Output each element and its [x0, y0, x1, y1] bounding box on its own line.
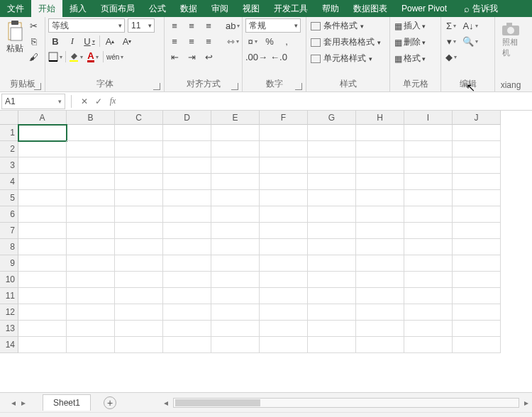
conditional-format-button[interactable]: 条件格式▾: [309, 20, 365, 32]
cell-G14[interactable]: [308, 337, 356, 353]
underline-button[interactable]: U: [82, 34, 96, 48]
row-header-2[interactable]: 2: [0, 141, 18, 157]
cell-I11[interactable]: [404, 288, 453, 304]
cell-J5[interactable]: [453, 190, 501, 206]
cell-D3[interactable]: [163, 157, 211, 174]
tab-developer[interactable]: 开发工具: [267, 0, 315, 17]
cell-C8[interactable]: [115, 239, 163, 255]
cell-E12[interactable]: [211, 304, 260, 321]
cell-G2[interactable]: [308, 141, 356, 157]
comma-button[interactable]: ,: [279, 34, 294, 48]
cell-C5[interactable]: [115, 190, 163, 206]
cell-B4[interactable]: [67, 174, 115, 190]
cell-G3[interactable]: [308, 157, 356, 174]
cell-E7[interactable]: [211, 223, 260, 239]
tab-scroll-left[interactable]: ◂: [11, 398, 16, 408]
cell-D5[interactable]: [163, 190, 211, 206]
cell-J11[interactable]: [453, 288, 501, 304]
cell-H8[interactable]: [356, 239, 404, 255]
cell-E10[interactable]: [211, 272, 260, 288]
cell-J7[interactable]: [453, 223, 501, 239]
cell-A2[interactable]: [18, 141, 67, 157]
format-cells-button[interactable]: ▦格式▾: [393, 52, 427, 65]
cell-styles-button[interactable]: 单元格样式▾: [309, 52, 374, 65]
worksheet[interactable]: ABCDEFGHIJ 1234567891011121314: [0, 111, 532, 387]
col-header-J[interactable]: J: [453, 111, 501, 125]
cell-I14[interactable]: [404, 337, 453, 353]
col-header-B[interactable]: B: [67, 111, 115, 125]
cell-I3[interactable]: [404, 157, 453, 174]
cell-F13[interactable]: [260, 321, 308, 337]
cell-D11[interactable]: [163, 288, 211, 304]
col-header-I[interactable]: I: [404, 111, 453, 125]
cell-E5[interactable]: [211, 190, 260, 206]
cell-D8[interactable]: [163, 239, 211, 255]
cancel-formula-button[interactable]: ✕: [77, 94, 92, 109]
cell-E13[interactable]: [211, 321, 260, 337]
cell-J6[interactable]: [453, 206, 501, 223]
cell-J10[interactable]: [453, 272, 501, 288]
formula-input[interactable]: [120, 94, 532, 109]
cell-A8[interactable]: [18, 239, 67, 255]
cell-I6[interactable]: [404, 206, 453, 223]
cell-J13[interactable]: [453, 321, 501, 337]
cell-H4[interactable]: [356, 174, 404, 190]
cell-I1[interactable]: [404, 125, 453, 141]
cell-H13[interactable]: [356, 321, 404, 337]
cell-B7[interactable]: [67, 223, 115, 239]
cell-E4[interactable]: [211, 174, 260, 190]
cell-E14[interactable]: [211, 337, 260, 353]
border-button[interactable]: [48, 50, 62, 64]
new-sheet-button[interactable]: +: [104, 396, 116, 409]
font-size-select[interactable]: 11: [128, 18, 155, 33]
cell-D10[interactable]: [163, 272, 211, 288]
cell-C11[interactable]: [115, 288, 163, 304]
cell-C4[interactable]: [115, 174, 163, 190]
align-left-button[interactable]: ≡: [167, 34, 182, 48]
cell-C13[interactable]: [115, 321, 163, 337]
cell-C2[interactable]: [115, 141, 163, 157]
cell-F8[interactable]: [260, 239, 308, 255]
row-header-4[interactable]: 4: [0, 174, 18, 190]
row-header-6[interactable]: 6: [0, 206, 18, 223]
cell-A12[interactable]: [18, 304, 67, 321]
row-header-12[interactable]: 12: [0, 304, 18, 321]
cell-F7[interactable]: [260, 223, 308, 239]
cell-I9[interactable]: [404, 255, 453, 272]
row-header-7[interactable]: 7: [0, 223, 18, 239]
cell-C6[interactable]: [115, 206, 163, 223]
tab-help[interactable]: 帮助: [315, 0, 346, 17]
cell-G10[interactable]: [308, 272, 356, 288]
cell-G13[interactable]: [308, 321, 356, 337]
cell-H9[interactable]: [356, 255, 404, 272]
cell-H5[interactable]: [356, 190, 404, 206]
cell-G6[interactable]: [308, 206, 356, 223]
cell-G12[interactable]: [308, 304, 356, 321]
row-header-5[interactable]: 5: [0, 190, 18, 206]
cell-C3[interactable]: [115, 157, 163, 174]
col-header-G[interactable]: G: [308, 111, 356, 125]
cell-B6[interactable]: [67, 206, 115, 223]
cell-H3[interactable]: [356, 157, 404, 174]
align-center-button[interactable]: ≡: [184, 34, 199, 48]
row-header-8[interactable]: 8: [0, 239, 18, 255]
orientation-button[interactable]: ab: [226, 18, 240, 33]
align-middle-button[interactable]: ≡: [184, 18, 199, 33]
cell-G4[interactable]: [308, 174, 356, 190]
cell-B9[interactable]: [67, 255, 115, 272]
row-header-10[interactable]: 10: [0, 272, 18, 288]
paste-button[interactable]: 粘贴: [4, 18, 26, 56]
cell-J9[interactable]: [453, 255, 501, 272]
cell-H7[interactable]: [356, 223, 404, 239]
cell-J8[interactable]: [453, 239, 501, 255]
cell-E3[interactable]: [211, 157, 260, 174]
cell-G7[interactable]: [308, 223, 356, 239]
tab-insert[interactable]: 插入: [62, 0, 94, 17]
cell-A14[interactable]: [18, 337, 67, 353]
number-dialog-launcher[interactable]: [295, 83, 302, 90]
cell-B5[interactable]: [67, 190, 115, 206]
phonetic-button[interactable]: wén: [106, 50, 123, 64]
italic-button[interactable]: I: [65, 34, 79, 48]
cell-H12[interactable]: [356, 304, 404, 321]
cell-C9[interactable]: [115, 255, 163, 272]
